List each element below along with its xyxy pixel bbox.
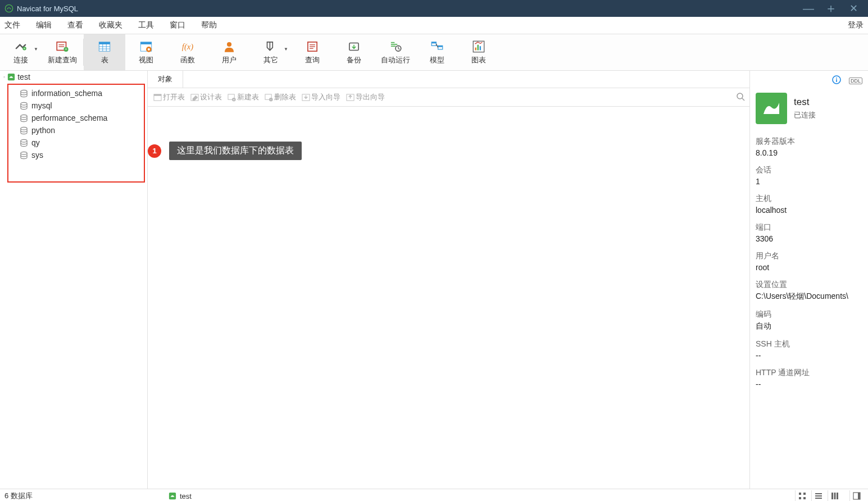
tool-table[interactable]: 表 [84, 34, 125, 70]
tool-user-label: 用户 [222, 55, 237, 65]
connection-icon [7, 73, 15, 81]
subtool-label: 导入向导 [311, 92, 340, 102]
database-label: information_schema [31, 89, 102, 98]
tool-model[interactable]: 模型 [416, 34, 458, 70]
main-area: ◦ test information_schema mysql performa… [0, 71, 868, 489]
info-value: -- [756, 351, 862, 360]
svg-point-42 [21, 90, 27, 93]
tool-new-query[interactable]: + 新建查询 [42, 34, 83, 70]
subtool-label: 删除表 [274, 92, 296, 102]
tool-connection[interactable]: + 连接 ▼ [0, 34, 42, 70]
info-icon[interactable] [832, 75, 841, 86]
center-panel: 对象 打开表 设计表 +新建表 −删除表 导入向导 导出向导 1 这里是我们数据… [148, 71, 749, 489]
svg-line-60 [742, 98, 744, 101]
tabs-row: 对象 [148, 71, 749, 88]
close-button[interactable]: ✕ [848, 3, 859, 14]
svg-point-19 [227, 42, 231, 47]
svg-point-62 [836, 78, 837, 79]
menu-favorites[interactable]: 收藏夹 [99, 20, 122, 30]
tool-query-label: 查询 [305, 55, 320, 65]
database-item[interactable]: information_schema [8, 87, 144, 99]
titlebar: Navicat for MySQL — ＋ ✕ [0, 0, 868, 17]
subtool-import[interactable]: 导入向导 [301, 92, 342, 102]
tool-view[interactable]: 视图 [125, 34, 167, 70]
svg-rect-63 [836, 79, 837, 82]
info-label: 端口 [756, 222, 862, 233]
info-panel: DDL test 已连接 服务器版本8.0.19 会话1 主机localhost… [749, 71, 868, 489]
status-path: test [169, 492, 192, 500]
login-link[interactable]: 登录 [848, 20, 864, 30]
subtool-design-table[interactable]: 设计表 [189, 92, 223, 102]
annotation-badge: 1 [148, 144, 161, 158]
connection-tree[interactable]: ◦ test information_schema mysql performa… [0, 71, 148, 489]
tool-function[interactable]: f(x) 函数 [167, 34, 208, 70]
subtool-new-table[interactable]: +新建表 [226, 92, 260, 102]
menu-edit[interactable]: 编辑 [36, 20, 52, 30]
view-details-icon[interactable] [828, 490, 842, 501]
sub-toolbar: 打开表 设计表 +新建表 −删除表 导入向导 导出向导 [148, 88, 749, 107]
svg-rect-28 [391, 45, 396, 47]
tool-function-label: 函数 [180, 55, 195, 65]
menu-help[interactable]: 帮助 [201, 20, 217, 30]
database-item[interactable]: python [8, 124, 144, 136]
svg-text:−: − [270, 98, 272, 101]
svg-text:+: + [24, 47, 26, 51]
info-label: HTTP 通道网址 [756, 368, 862, 378]
tool-other[interactable]: 其它 ▼ [250, 34, 292, 70]
database-item[interactable]: mysql [8, 99, 144, 112]
svg-rect-68 [803, 497, 806, 499]
info-value: root [756, 263, 862, 272]
tab-objects[interactable]: 对象 [148, 71, 183, 88]
info-label: 主机 [756, 194, 862, 204]
tool-backup[interactable]: 备份 [333, 34, 375, 70]
menu-file[interactable]: 文件 [4, 20, 20, 30]
tool-new-query-label: 新建查询 [48, 55, 77, 65]
workspace[interactable]: 1 这里是我们数据库下的数据表 [148, 107, 749, 489]
info-value: -- [756, 380, 862, 389]
database-item[interactable]: qy [8, 136, 144, 149]
menu-tools[interactable]: 工具 [138, 20, 154, 30]
minimize-button[interactable]: — [803, 3, 814, 14]
tool-user[interactable]: 用户 [208, 34, 250, 70]
view-grid-icon[interactable] [795, 490, 809, 501]
subtool-export[interactable]: 导出向导 [345, 92, 386, 102]
search-icon[interactable] [736, 92, 745, 103]
tool-query[interactable]: 查询 [292, 34, 333, 70]
info-value: 1 [756, 177, 862, 186]
database-item[interactable]: performance_schema [8, 112, 144, 124]
svg-rect-49 [154, 94, 161, 95]
annotation-text: 这里是我们数据库下的数据表 [169, 142, 302, 160]
subtool-label: 新建表 [237, 92, 259, 102]
connection-icon [169, 492, 176, 500]
database-label: mysql [31, 101, 52, 110]
info-label: 服务器版本 [756, 136, 862, 147]
view-list-icon[interactable] [811, 490, 825, 501]
database-item[interactable]: sys [8, 149, 144, 161]
toggle-panel-icon[interactable] [849, 490, 864, 501]
tool-chart[interactable]: 图表 [458, 34, 499, 70]
menu-view[interactable]: 查看 [67, 20, 83, 30]
maximize-button[interactable]: ＋ [825, 3, 837, 14]
tool-scheduler[interactable]: 自动运行 [375, 34, 416, 70]
menu-window[interactable]: 窗口 [170, 20, 185, 30]
tool-backup-label: 备份 [347, 55, 361, 65]
ddl-icon[interactable]: DDL [849, 78, 862, 84]
svg-rect-27 [391, 44, 397, 45]
subtool-label: 打开表 [163, 92, 185, 102]
connection-card-name: test [794, 97, 816, 108]
status-bar: 6 数据库 test [0, 489, 868, 501]
svg-rect-66 [803, 493, 806, 495]
svg-rect-33 [431, 42, 436, 43]
info-label: 编码 [756, 309, 862, 320]
svg-rect-69 [815, 493, 822, 494]
annotation: 1 这里是我们数据库下的数据表 [148, 142, 302, 160]
subtool-open-table[interactable]: 打开表 [152, 92, 186, 102]
subtool-delete-table[interactable]: −删除表 [263, 92, 297, 102]
svg-rect-72 [831, 493, 833, 499]
connection-card-icon [756, 93, 787, 124]
svg-rect-67 [799, 497, 801, 499]
svg-point-45 [21, 127, 27, 130]
svg-rect-15 [140, 42, 152, 44]
tool-connection-label: 连接 [13, 55, 28, 65]
connection-node[interactable]: ◦ test [0, 71, 147, 83]
